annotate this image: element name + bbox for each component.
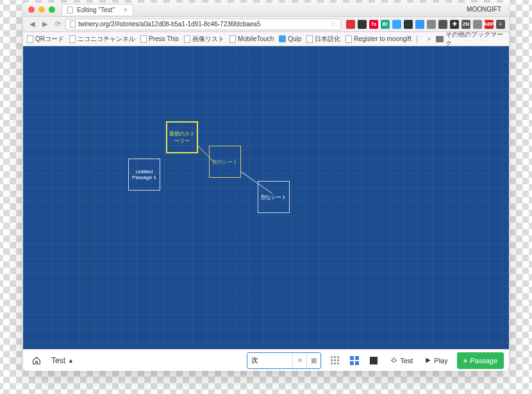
extension-icon[interactable] [415, 20, 424, 29]
bookmark-item[interactable]: 請求書 [417, 35, 417, 44]
folder-label: その他のブックマーク [445, 30, 505, 48]
folder-icon [436, 36, 443, 42]
bookmark-star-icon[interactable]: ☆ [330, 20, 337, 28]
bookmark-label: 画像リスト [192, 35, 224, 44]
zoom-large-button[interactable] [366, 354, 381, 368]
titlebar: Editing "Test" × MOONGIFT [23, 3, 509, 17]
svg-rect-11 [350, 361, 354, 365]
extension-icon[interactable]: B! [381, 20, 390, 29]
passage-node[interactable]: 次のシート [209, 146, 241, 178]
home-button[interactable] [28, 353, 45, 368]
bookmark-item[interactable]: MobileTouch [229, 35, 274, 43]
bookmark-item[interactable]: ニコニコチャンネル [69, 35, 135, 44]
test-label: Test [400, 357, 413, 364]
play-label: Play [434, 357, 447, 364]
bookmark-item[interactable]: Press This [140, 35, 179, 43]
add-passage-button[interactable]: + Passage [457, 352, 504, 369]
bookmark-item[interactable]: Register to moongift [345, 35, 411, 43]
extension-icon[interactable]: ✚ [450, 20, 459, 29]
minimize-window-button[interactable] [38, 6, 45, 13]
extension-icon[interactable] [346, 20, 355, 29]
extension-icon[interactable] [438, 20, 447, 29]
passage-node[interactable]: Untitled Passage 1 [128, 158, 160, 191]
bookmark-icon [140, 35, 147, 43]
extensions-row: TsB!✚ZHABP≡ [346, 20, 505, 29]
zoom-medium-button[interactable] [347, 354, 362, 368]
svg-rect-4 [334, 359, 336, 361]
browser-window: Editing "Test" × MOONGIFT ◀ ▶ ⟳ twinery.… [23, 3, 509, 371]
extension-icon[interactable] [404, 20, 413, 29]
bookmark-icon [229, 35, 236, 43]
passage-node[interactable]: 最初のストーリー [166, 121, 198, 153]
bookmark-item[interactable]: QRコード [27, 35, 64, 44]
zoom-small-button[interactable] [328, 354, 343, 368]
close-window-button[interactable] [28, 6, 35, 13]
svg-rect-9 [350, 356, 354, 360]
svg-rect-1 [334, 356, 336, 358]
maximize-window-button[interactable] [49, 6, 55, 13]
passage-label: Passage [470, 357, 497, 364]
extension-icon[interactable] [473, 20, 482, 29]
tab-title: Editing "Test" [77, 6, 115, 13]
url-text: twinery.org/2/#stories/a0a12d08-b5a1-1d9… [78, 21, 328, 28]
extension-icon[interactable] [358, 20, 367, 29]
bookmark-item[interactable]: Quip [279, 35, 301, 42]
extension-icon[interactable]: ABP [485, 20, 494, 29]
svg-rect-7 [334, 363, 336, 364]
bookmark-label: MobileTouch [238, 35, 274, 42]
bookmark-item[interactable]: 日本語化 [306, 35, 340, 44]
search-input[interactable] [247, 353, 292, 368]
play-button[interactable]: Play [422, 357, 450, 364]
extension-icon[interactable] [427, 20, 436, 29]
window-controls [28, 6, 55, 13]
url-box[interactable]: twinery.org/2/#stories/a0a12d08-b5a1-1d9… [65, 19, 341, 30]
svg-rect-13 [370, 357, 378, 364]
extension-icon[interactable] [392, 20, 401, 29]
svg-point-14 [392, 359, 396, 363]
bottom-toolbar: Test ▲ ✕ ▦ Test Play [23, 349, 509, 371]
story-canvas[interactable]: Untitled Passage 1最初のストーリー次のシート別なシート [23, 46, 509, 349]
bookmarks-bar: QRコードニコニコチャンネルPress This画像リストMobileTouch… [23, 32, 509, 46]
bookmark-icon [306, 35, 313, 43]
overflow-icon[interactable]: » [428, 35, 431, 42]
page-icon [67, 6, 73, 13]
back-button[interactable]: ◀ [27, 19, 37, 30]
extension-icon[interactable]: Ts [369, 20, 378, 29]
extension-icon[interactable]: ZH [461, 20, 470, 29]
reload-button[interactable]: ⟳ [53, 19, 63, 30]
bookmark-label: 日本語化 [315, 35, 340, 44]
svg-rect-12 [355, 361, 359, 365]
browser-tab[interactable]: Editing "Test" × [62, 4, 133, 15]
extension-icon[interactable]: ≡ [496, 20, 505, 29]
bookmark-label: QRコード [35, 35, 64, 44]
zoom-controls [328, 354, 381, 368]
test-button[interactable]: Test [388, 357, 415, 364]
site-icon [70, 21, 76, 28]
account-label[interactable]: MOONGIFT [467, 6, 504, 13]
search-options-button[interactable]: ▦ [306, 353, 320, 368]
close-tab-icon[interactable]: × [124, 6, 128, 13]
bookmark-folder[interactable]: その他のブックマーク [436, 30, 505, 48]
svg-rect-3 [331, 359, 333, 361]
bookmark-label: Register to moongift [354, 35, 411, 42]
forward-button[interactable]: ▶ [40, 19, 50, 30]
svg-rect-0 [331, 356, 333, 358]
svg-rect-10 [355, 356, 359, 360]
clear-search-button[interactable]: ✕ [292, 353, 306, 368]
bookmark-icon [417, 35, 417, 43]
search-box: ✕ ▦ [247, 352, 321, 369]
bookmark-icon [279, 35, 286, 42]
story-name: Test [51, 356, 65, 365]
chevron-up-icon: ▲ [68, 357, 74, 364]
svg-rect-8 [337, 363, 339, 364]
passage-node[interactable]: 別なシート [258, 181, 290, 213]
bookmark-icon [69, 35, 76, 43]
story-menu-button[interactable]: Test ▲ [51, 356, 74, 365]
svg-rect-2 [337, 356, 339, 358]
svg-rect-6 [331, 363, 333, 364]
bookmark-label: Press This [149, 35, 179, 42]
bookmark-label: ニコニコチャンネル [78, 35, 135, 44]
bookmark-icon [27, 35, 33, 43]
bookmark-icon [184, 35, 190, 43]
bookmark-item[interactable]: 画像リスト [184, 35, 224, 44]
